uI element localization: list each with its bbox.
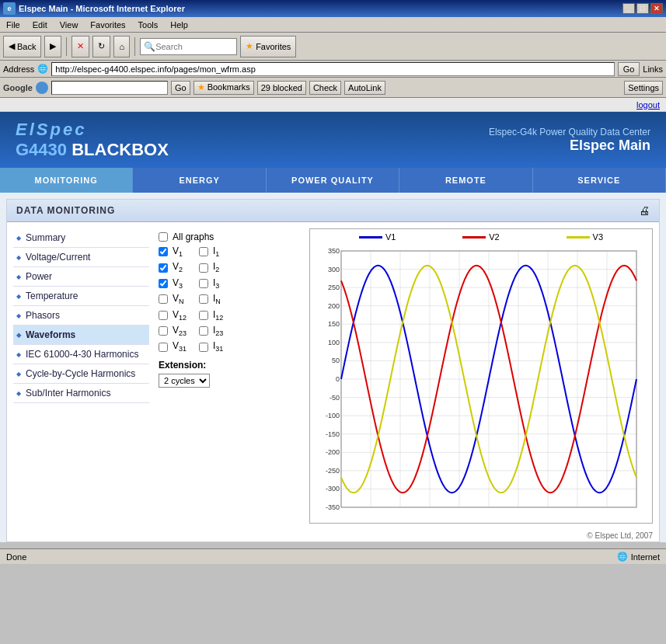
app-header: ElSpec G4430 BLACKBOX Elspec-G4k Power Q… xyxy=(0,112,666,168)
i12-checkbox[interactable] xyxy=(199,311,208,320)
i31-checkbox[interactable] xyxy=(199,343,208,352)
v31-label: V31 xyxy=(173,340,194,353)
menu-bar: File Edit View Favorites Tools Help xyxy=(0,17,666,33)
nav-service[interactable]: SERVICE xyxy=(533,168,666,193)
i3-checkbox[interactable] xyxy=(199,279,208,288)
nav-power-quality[interactable]: POWER QUALITY xyxy=(267,168,399,193)
status-left: Done xyxy=(6,552,26,562)
i31-label: I31 xyxy=(213,340,235,353)
menu-tools[interactable]: Tools xyxy=(135,19,162,31)
app-logo: ElSpec G4430 BLACKBOX xyxy=(16,120,169,160)
nav-monitoring[interactable]: MONITORING xyxy=(0,168,133,193)
separator2 xyxy=(134,37,135,56)
nav-remote[interactable]: REMOTE xyxy=(399,168,532,193)
separator xyxy=(66,37,67,56)
star-icon2: ★ xyxy=(197,82,205,92)
v3-checkbox[interactable] xyxy=(159,279,168,288)
app-container: ElSpec G4430 BLACKBOX Elspec-G4k Power Q… xyxy=(0,112,666,542)
autolink-button[interactable]: AutoLink xyxy=(344,81,385,95)
waveform-canvas xyxy=(310,243,644,523)
v1-label: V1 xyxy=(173,245,194,258)
sidebar-item-temperature[interactable]: ◆ Temperature xyxy=(13,287,149,306)
stop-icon: ✕ xyxy=(77,41,84,51)
forward-icon: ▶ xyxy=(50,41,56,51)
menu-view[interactable]: View xyxy=(57,19,82,31)
menu-edit[interactable]: Edit xyxy=(30,19,51,31)
v1-checkbox[interactable] xyxy=(159,247,168,256)
sidebar-item-summary[interactable]: ◆ Summary xyxy=(13,228,149,248)
chart-container: V1 V2 V3 xyxy=(309,228,653,524)
v31-checkbox[interactable] xyxy=(159,343,168,352)
favorites-button[interactable]: ★ Favorites xyxy=(240,36,296,57)
google-icon xyxy=(36,82,48,94)
nav-energy[interactable]: ENERGY xyxy=(133,168,266,193)
close-button[interactable]: ✕ xyxy=(650,3,663,14)
sidebar-item-cycle-by-cycle[interactable]: ◆ Cycle-by-Cycle Harmonics xyxy=(13,364,149,384)
links-label: Links xyxy=(643,64,663,74)
bullet-icon: ◆ xyxy=(16,332,21,339)
v1-legend: V1 xyxy=(359,232,396,242)
v2-legend-label: V2 xyxy=(489,232,499,242)
i23-checkbox[interactable] xyxy=(199,326,208,336)
i1-checkbox[interactable] xyxy=(199,247,208,256)
settings-button[interactable]: Settings xyxy=(624,81,663,95)
minimize-button[interactable]: _ xyxy=(622,3,635,14)
v2-legend: V2 xyxy=(462,232,499,242)
v23-i23-row: V23 I23 xyxy=(159,325,300,337)
logout-bar: logout xyxy=(0,98,666,112)
maximize-button[interactable]: □ xyxy=(636,3,649,14)
all-graphs-checkbox[interactable] xyxy=(159,232,168,242)
sidebar-item-phasors[interactable]: ◆ Phasors xyxy=(13,306,149,325)
sidebar-item-power[interactable]: ◆ Power xyxy=(13,267,149,287)
logout-link[interactable]: logout xyxy=(636,100,660,110)
app-header-right: Elspec-G4k Power Quality Data Center Els… xyxy=(489,127,650,154)
google-go-button[interactable]: Go xyxy=(171,81,190,95)
refresh-button[interactable]: ↻ xyxy=(92,36,110,57)
sidebar-item-waveforms[interactable]: ◆ Waveforms xyxy=(13,325,149,345)
i1-label: I1 xyxy=(213,245,235,258)
extension-label: Extension: xyxy=(159,360,300,371)
sidebar: ◆ Summary ◆ Voltage/Current ◆ Power ◆ Te… xyxy=(13,228,149,524)
back-icon: ◀ xyxy=(9,41,15,51)
menu-file[interactable]: File xyxy=(3,19,23,31)
search-input[interactable] xyxy=(155,42,233,51)
check-button[interactable]: Check xyxy=(309,81,341,95)
nav-bar: MONITORING ENERGY POWER QUALITY REMOTE S… xyxy=(0,168,666,193)
home-button[interactable]: ⌂ xyxy=(113,36,130,57)
address-input[interactable] xyxy=(51,62,614,76)
logo-device: G4430 BLACKBOX xyxy=(16,140,169,160)
extension-select[interactable]: 2 cycles 1 cycle 4 cycles 8 cycles xyxy=(159,374,210,388)
v2-checkbox[interactable] xyxy=(159,263,168,273)
sidebar-item-sub-inter[interactable]: ◆ Sub/Inter Harmonics xyxy=(13,384,149,403)
content-body: ◆ Summary ◆ Voltage/Current ◆ Power ◆ Te… xyxy=(7,222,659,530)
in-label: IN xyxy=(213,293,235,305)
back-button[interactable]: ◀ Back xyxy=(3,36,41,57)
i2-checkbox[interactable] xyxy=(199,263,208,273)
go-button[interactable]: Go xyxy=(618,62,640,76)
in-checkbox[interactable] xyxy=(199,294,208,304)
menu-help[interactable]: Help xyxy=(167,19,191,31)
stop-button[interactable]: ✕ xyxy=(71,36,89,57)
blocked-button[interactable]: 29 blocked xyxy=(257,81,306,95)
menu-favorites[interactable]: Favorites xyxy=(87,19,128,31)
header-app-title: Elspec Main xyxy=(489,138,650,154)
sidebar-item-iec[interactable]: ◆ IEC 61000-4-30 Harmonics xyxy=(13,345,149,364)
address-icon: 🌐 xyxy=(37,64,48,74)
v23-checkbox[interactable] xyxy=(159,326,168,336)
v2-label: V2 xyxy=(173,261,194,273)
bullet-icon: ◆ xyxy=(16,293,21,300)
google-search-input[interactable] xyxy=(51,81,168,95)
v12-checkbox[interactable] xyxy=(159,311,168,320)
vn-checkbox[interactable] xyxy=(159,294,168,304)
print-icon[interactable]: 🖨 xyxy=(639,204,650,217)
chart-legend: V1 V2 V3 xyxy=(310,229,652,243)
sidebar-item-voltage-current[interactable]: ◆ Voltage/Current xyxy=(13,248,149,267)
vn-label: VN xyxy=(173,293,194,305)
forward-button[interactable]: ▶ xyxy=(44,36,61,57)
v31-i31-row: V31 I31 xyxy=(159,340,300,353)
v3-legend-label: V3 xyxy=(593,232,603,242)
v3-legend: V3 xyxy=(567,232,603,242)
bookmarks-button[interactable]: ★ Bookmarks xyxy=(194,81,254,95)
v1-line-color xyxy=(359,236,382,238)
status-internet: Internet xyxy=(631,552,660,562)
